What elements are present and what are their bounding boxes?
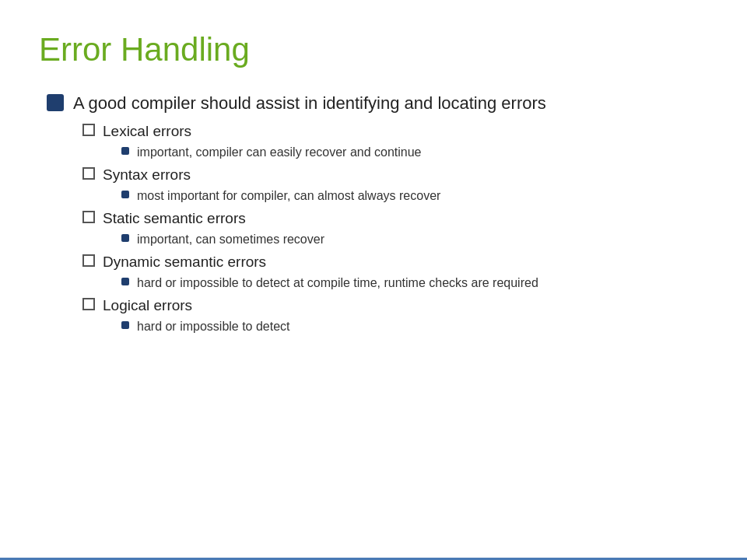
bullet-l2-text-logical: Logical errors: [103, 296, 192, 316]
bullet-l2-lexical: Lexical errors: [82, 121, 708, 142]
bullet-l2-syntax: Syntax errors: [82, 165, 708, 185]
bullet-l1-text: A good compiler should assist in identif…: [73, 92, 546, 115]
slide: Error Handling A good compiler should as…: [0, 0, 747, 560]
slide-title: Error Handling: [39, 31, 708, 68]
bullet-l3-marker-logical: [121, 321, 129, 329]
bullet-l3-syntax: most important for compiler, can almost …: [121, 187, 708, 205]
bullet-l3-marker-dynamic: [121, 278, 129, 285]
bullet-l3-logical: hard or impossible to detect: [121, 318, 708, 335]
group-lexical: Lexical errors important, compiler can e…: [47, 121, 708, 162]
group-dynamic: Dynamic semantic errors hard or impossib…: [47, 252, 708, 292]
bullet-l2-marker-static: [82, 211, 95, 223]
bullet-l1: A good compiler should assist in identif…: [47, 92, 708, 115]
bullet-l3-text-logical: hard or impossible to detect: [137, 318, 290, 335]
bullet-l3-text-lexical: important, compiler can easily recover a…: [137, 144, 422, 161]
sub-items-container: Lexical errors important, compiler can e…: [47, 121, 708, 336]
bullet-l3-text-dynamic: hard or impossible to detect at compile …: [137, 275, 538, 292]
group-logical: Logical errors hard or impossible to det…: [47, 296, 708, 336]
bullet-l2-marker-logical: [82, 298, 95, 310]
bullet-l2-static: Static semantic errors: [82, 208, 708, 229]
bullet-l3-lexical: important, compiler can easily recover a…: [121, 144, 708, 161]
bullet-l3-static: important, can sometimes recover: [121, 231, 708, 248]
bullet-l3-marker-static: [121, 234, 129, 242]
bullet-l3-marker-lexical: [121, 147, 129, 155]
bullet-l3-marker-syntax: [121, 191, 129, 198]
slide-content: A good compiler should assist in identif…: [39, 92, 708, 527]
bullet-l2-text-static: Static semantic errors: [103, 208, 246, 229]
bullet-l2-dynamic: Dynamic semantic errors: [82, 252, 708, 272]
bullet-l1-marker: [47, 94, 64, 111]
bullet-l3-dynamic: hard or impossible to detect at compile …: [121, 275, 708, 292]
bullet-l2-text-dynamic: Dynamic semantic errors: [103, 252, 266, 272]
bullet-l2-marker-dynamic: [82, 254, 95, 267]
bullet-l2-text-syntax: Syntax errors: [103, 165, 191, 185]
group-static: Static semantic errors important, can so…: [47, 208, 708, 249]
bullet-l2-logical: Logical errors: [82, 296, 708, 316]
group-syntax: Syntax errors most important for compile…: [47, 165, 708, 205]
bullet-l2-marker-syntax: [82, 167, 95, 180]
bullet-l3-text-static: important, can sometimes recover: [137, 231, 324, 248]
bullet-l2-text-lexical: Lexical errors: [103, 121, 191, 142]
bullet-l3-text-syntax: most important for compiler, can almost …: [137, 187, 440, 205]
bullet-l2-marker-lexical: [82, 124, 95, 136]
